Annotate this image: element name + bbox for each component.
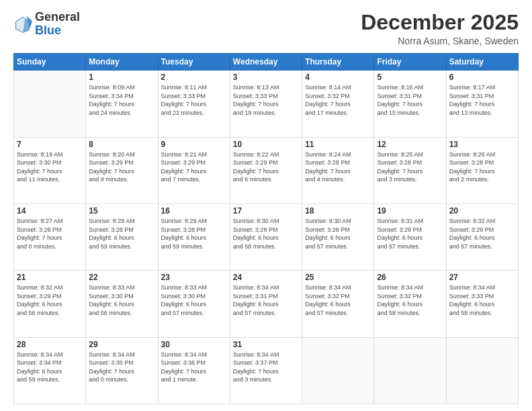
calendar-header-row: SundayMondayTuesdayWednesdayThursdayFrid… xyxy=(14,54,519,71)
day-info: Sunrise: 8:13 AM Sunset: 3:33 PM Dayligh… xyxy=(233,83,299,117)
day-info: Sunrise: 8:32 AM Sunset: 3:29 PM Dayligh… xyxy=(17,283,83,317)
day-number: 14 xyxy=(17,206,83,216)
day-number: 16 xyxy=(161,206,227,216)
day-info: Sunrise: 8:30 AM Sunset: 3:28 PM Dayligh… xyxy=(305,217,371,250)
day-number: 29 xyxy=(89,340,154,349)
calendar-cell: 24Sunrise: 8:34 AM Sunset: 3:31 PM Dayli… xyxy=(230,271,302,337)
calendar-cell: 18Sunrise: 8:30 AM Sunset: 3:28 PM Dayli… xyxy=(302,203,374,270)
day-number: 8 xyxy=(89,140,154,149)
day-number: 18 xyxy=(305,206,371,216)
calendar-cell xyxy=(302,337,374,404)
day-info: Sunrise: 8:21 AM Sunset: 3:29 PM Dayligh… xyxy=(161,150,227,184)
day-number: 12 xyxy=(377,140,443,149)
calendar-week-row: 21Sunrise: 8:32 AM Sunset: 3:29 PM Dayli… xyxy=(14,271,519,337)
calendar-cell: 27Sunrise: 8:34 AM Sunset: 3:33 PM Dayli… xyxy=(446,271,518,337)
day-info: Sunrise: 8:34 AM Sunset: 3:36 PM Dayligh… xyxy=(161,351,227,384)
day-number: 22 xyxy=(89,273,154,282)
day-header-tuesday: Tuesday xyxy=(158,54,230,71)
day-number: 11 xyxy=(305,140,371,149)
day-number: 13 xyxy=(449,140,515,149)
calendar-cell: 13Sunrise: 8:26 AM Sunset: 3:28 PM Dayli… xyxy=(446,137,518,203)
day-number: 21 xyxy=(17,273,83,282)
calendar-cell: 22Sunrise: 8:33 AM Sunset: 3:30 PM Dayli… xyxy=(86,271,158,337)
day-number: 26 xyxy=(377,273,443,282)
logo-icon xyxy=(13,15,32,34)
day-number: 20 xyxy=(449,206,515,216)
calendar-cell: 8Sunrise: 8:20 AM Sunset: 3:29 PM Daylig… xyxy=(86,137,158,203)
day-info: Sunrise: 8:26 AM Sunset: 3:28 PM Dayligh… xyxy=(449,150,515,184)
calendar-cell: 26Sunrise: 8:34 AM Sunset: 3:32 PM Dayli… xyxy=(374,271,446,337)
calendar-cell: 9Sunrise: 8:21 AM Sunset: 3:29 PM Daylig… xyxy=(158,137,230,203)
title-block: December 2025 Norra Asum, Skane, Sweden xyxy=(361,11,519,46)
day-info: Sunrise: 8:20 AM Sunset: 3:29 PM Dayligh… xyxy=(89,150,154,184)
location: Norra Asum, Skane, Sweden xyxy=(361,36,519,46)
day-info: Sunrise: 8:34 AM Sunset: 3:32 PM Dayligh… xyxy=(377,283,443,317)
calendar-cell: 28Sunrise: 8:34 AM Sunset: 3:34 PM Dayli… xyxy=(14,337,86,404)
day-info: Sunrise: 8:34 AM Sunset: 3:37 PM Dayligh… xyxy=(233,351,299,384)
day-info: Sunrise: 8:34 AM Sunset: 3:31 PM Dayligh… xyxy=(233,283,299,317)
day-number: 19 xyxy=(377,206,443,216)
calendar-week-row: 28Sunrise: 8:34 AM Sunset: 3:34 PM Dayli… xyxy=(14,337,519,404)
day-info: Sunrise: 8:25 AM Sunset: 3:28 PM Dayligh… xyxy=(377,150,443,184)
calendar-week-row: 7Sunrise: 8:19 AM Sunset: 3:30 PM Daylig… xyxy=(14,137,519,203)
calendar-cell: 30Sunrise: 8:34 AM Sunset: 3:36 PM Dayli… xyxy=(158,337,230,404)
day-info: Sunrise: 8:34 AM Sunset: 3:33 PM Dayligh… xyxy=(449,283,515,317)
calendar-cell: 12Sunrise: 8:25 AM Sunset: 3:28 PM Dayli… xyxy=(374,137,446,203)
calendar-cell: 31Sunrise: 8:34 AM Sunset: 3:37 PM Dayli… xyxy=(230,337,302,404)
day-header-saturday: Saturday xyxy=(446,54,518,71)
calendar-cell xyxy=(374,337,446,404)
day-number: 3 xyxy=(233,73,299,82)
calendar-cell: 3Sunrise: 8:13 AM Sunset: 3:33 PM Daylig… xyxy=(230,71,302,137)
calendar-cell: 11Sunrise: 8:24 AM Sunset: 3:28 PM Dayli… xyxy=(302,137,374,203)
calendar-cell: 2Sunrise: 8:11 AM Sunset: 3:33 PM Daylig… xyxy=(158,71,230,137)
day-info: Sunrise: 8:34 AM Sunset: 3:34 PM Dayligh… xyxy=(17,351,83,384)
calendar-cell: 25Sunrise: 8:34 AM Sunset: 3:32 PM Dayli… xyxy=(302,271,374,337)
calendar-cell: 17Sunrise: 8:30 AM Sunset: 3:28 PM Dayli… xyxy=(230,203,302,270)
day-number: 5 xyxy=(377,73,443,82)
day-number: 1 xyxy=(89,73,154,82)
day-number: 30 xyxy=(161,340,227,349)
day-info: Sunrise: 8:14 AM Sunset: 3:32 PM Dayligh… xyxy=(305,83,371,117)
day-number: 4 xyxy=(305,73,371,82)
day-number: 23 xyxy=(161,273,227,282)
logo: General Blue xyxy=(13,11,80,38)
day-number: 27 xyxy=(449,273,515,282)
calendar-cell: 5Sunrise: 8:16 AM Sunset: 3:31 PM Daylig… xyxy=(374,71,446,137)
day-info: Sunrise: 8:24 AM Sunset: 3:28 PM Dayligh… xyxy=(305,150,371,184)
day-header-monday: Monday xyxy=(86,54,158,71)
day-info: Sunrise: 8:22 AM Sunset: 3:29 PM Dayligh… xyxy=(233,150,299,184)
month-title: December 2025 xyxy=(361,11,519,34)
day-info: Sunrise: 8:31 AM Sunset: 3:29 PM Dayligh… xyxy=(377,217,443,250)
day-header-wednesday: Wednesday xyxy=(230,54,302,71)
calendar-cell xyxy=(14,71,86,137)
day-info: Sunrise: 8:19 AM Sunset: 3:30 PM Dayligh… xyxy=(17,150,83,184)
calendar-week-row: 14Sunrise: 8:27 AM Sunset: 3:28 PM Dayli… xyxy=(14,203,519,270)
day-number: 10 xyxy=(233,140,299,149)
day-info: Sunrise: 8:33 AM Sunset: 3:30 PM Dayligh… xyxy=(89,283,154,317)
calendar-cell: 29Sunrise: 8:34 AM Sunset: 3:35 PM Dayli… xyxy=(86,337,158,404)
day-info: Sunrise: 8:34 AM Sunset: 3:35 PM Dayligh… xyxy=(89,351,154,384)
day-number: 31 xyxy=(233,340,299,349)
calendar-cell: 14Sunrise: 8:27 AM Sunset: 3:28 PM Dayli… xyxy=(14,203,86,270)
day-info: Sunrise: 8:09 AM Sunset: 3:34 PM Dayligh… xyxy=(89,83,154,117)
day-info: Sunrise: 8:11 AM Sunset: 3:33 PM Dayligh… xyxy=(161,83,227,117)
day-header-sunday: Sunday xyxy=(14,54,86,71)
calendar-cell: 6Sunrise: 8:17 AM Sunset: 3:31 PM Daylig… xyxy=(446,71,518,137)
calendar-cell: 7Sunrise: 8:19 AM Sunset: 3:30 PM Daylig… xyxy=(14,137,86,203)
calendar-cell: 4Sunrise: 8:14 AM Sunset: 3:32 PM Daylig… xyxy=(302,71,374,137)
calendar-week-row: 1Sunrise: 8:09 AM Sunset: 3:34 PM Daylig… xyxy=(14,71,519,137)
day-number: 28 xyxy=(17,340,83,349)
day-info: Sunrise: 8:16 AM Sunset: 3:31 PM Dayligh… xyxy=(377,83,443,117)
calendar-cell: 23Sunrise: 8:33 AM Sunset: 3:30 PM Dayli… xyxy=(158,271,230,337)
day-number: 24 xyxy=(233,273,299,282)
calendar-cell: 20Sunrise: 8:32 AM Sunset: 3:29 PM Dayli… xyxy=(446,203,518,270)
day-number: 15 xyxy=(89,206,154,216)
day-header-thursday: Thursday xyxy=(302,54,374,71)
day-number: 25 xyxy=(305,273,371,282)
day-info: Sunrise: 8:34 AM Sunset: 3:32 PM Dayligh… xyxy=(305,283,371,317)
logo-text: General Blue xyxy=(35,11,80,38)
day-number: 17 xyxy=(233,206,299,216)
day-header-friday: Friday xyxy=(374,54,446,71)
day-number: 2 xyxy=(161,73,227,82)
calendar-table: SundayMondayTuesdayWednesdayThursdayFrid… xyxy=(13,53,519,404)
